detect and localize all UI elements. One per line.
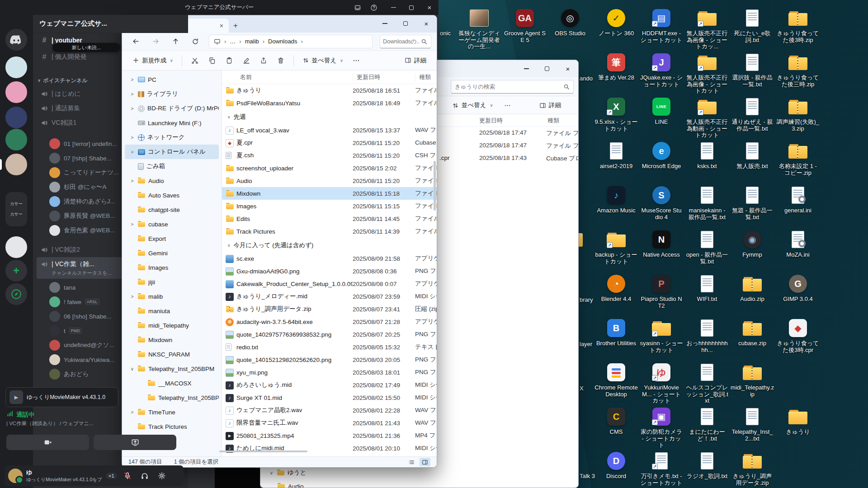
file-row[interactable]: quote_1402975776369938532.png2025/08/07 … xyxy=(222,328,437,341)
discord-maximize-button[interactable] xyxy=(402,0,420,15)
sidebar-item[interactable]: >cubase xyxy=(125,217,219,231)
desktop-icon[interactable]: ↗無人販売不正行為画像 - ショートカッ... xyxy=(685,7,729,50)
desktop-icon[interactable]: おっhhhhhhhhhhh... xyxy=(685,317,729,353)
minimize-button[interactable] xyxy=(374,15,395,32)
delete-button[interactable] xyxy=(273,53,289,68)
server-icon[interactable] xyxy=(5,154,27,175)
horizontal-scrollbar[interactable] xyxy=(219,450,307,452)
file-row[interactable]: きゅうり2025/08/18 16:51ファイル フォ... xyxy=(222,84,437,97)
call-channel[interactable]: | VC作業（雑談あり） / ウェブマニ... xyxy=(6,420,115,427)
headphones-icon[interactable] xyxy=(138,469,151,483)
desktop-icon[interactable]: 選択肢 - 親作品一覧.txt xyxy=(731,52,774,88)
sidebar-item[interactable]: midi_Telepathy xyxy=(125,318,219,333)
sidebar-item[interactable]: Export xyxy=(125,231,219,246)
new-unread-banner[interactable]: 新しい未読... xyxy=(52,43,120,52)
desktop-icon[interactable]: SMuseScore Studio 4 xyxy=(640,184,683,221)
file-row[interactable]: ♪ウェブマニア晶歌2.wav2025/08/01 22:28WAV ファイ... xyxy=(222,404,437,417)
file-row[interactable]: 夏.csh2025/08/11 15:20CSH ファイル xyxy=(222,149,437,162)
list-view-button[interactable] xyxy=(406,458,417,466)
desktop-icon[interactable]: ヘルスコンプレッション_歌詞.txt xyxy=(685,361,729,404)
column-header-date[interactable]: 更新日時 xyxy=(353,73,415,81)
sidebar-item[interactable]: NKSC_PARAM xyxy=(125,347,219,361)
server-icon[interactable] xyxy=(5,81,27,103)
details-button[interactable]: 詳細 xyxy=(401,53,430,68)
desktop-icon[interactable]: J↗JQuake.exe - ショートカット xyxy=(640,52,683,88)
desktop-icon[interactable]: CCMS xyxy=(594,406,638,436)
file-row[interactable]: screenshot_uploader2025/08/15 2:02ファイル フ… xyxy=(222,162,437,174)
sidebar-item[interactable]: >ライブラリ xyxy=(125,87,219,101)
column-header-type[interactable]: 種類 xyxy=(415,73,437,81)
sidebar-item[interactable]: Images xyxy=(125,260,219,275)
tree-chevron[interactable]: > xyxy=(129,77,135,82)
desktop-icon[interactable]: ▣↗家の防犯カメラ - ショートカット xyxy=(640,406,683,449)
share-button[interactable] xyxy=(255,53,272,68)
desktop-icon[interactable]: X↗9.5.xlsx - ショートカット xyxy=(594,96,638,132)
tree-chevron[interactable]: > xyxy=(129,294,135,299)
new-tab-button[interactable]: + xyxy=(229,19,242,33)
discord-minimize-button[interactable] xyxy=(384,0,402,15)
bg-maximize-button[interactable] xyxy=(537,60,557,77)
sidebar-item[interactable]: >malib xyxy=(125,289,219,304)
desktop-icon[interactable]: airset2-2019 xyxy=(594,140,638,170)
desktop-icon[interactable]: 孤独なインディーゲーム開発者の一生... xyxy=(458,7,501,50)
file-row[interactable]: redio.txt2025/08/05 15:32テキスト ド... xyxy=(222,341,437,353)
file-row[interactable]: Cakewalk_Product_Center_Setup_1.0.0.09..… xyxy=(222,277,437,290)
sidebar-item[interactable]: >PC xyxy=(125,72,219,87)
desktop-icon[interactable]: きゅうり_調声用データ.zip xyxy=(731,450,774,486)
sidebar-item[interactable]: jijii xyxy=(125,275,219,289)
desktop-icon[interactable]: Telepathy_Inst_2...txt xyxy=(731,406,774,442)
desktop-icon[interactable]: ↗無人販売不正行為画像 - ショートカット xyxy=(685,52,729,94)
desktop-icon[interactable]: 死にたい_e歌詞.txt xyxy=(731,7,774,43)
desktop-icon[interactable]: ksks.txt xyxy=(685,140,729,170)
copy-button[interactable] xyxy=(204,53,220,68)
desktop-icon[interactable]: MoZA.ini xyxy=(776,229,820,258)
refresh-button[interactable] xyxy=(186,34,204,49)
desktop-icon[interactable]: 調声練習(失敗)_3.zip xyxy=(776,96,820,132)
tree-chevron[interactable]: > xyxy=(129,135,135,140)
sidebar-item[interactable]: Auto Saves xyxy=(125,188,219,202)
desktop-icon[interactable]: DDiscord xyxy=(594,450,638,480)
search-box[interactable] xyxy=(380,35,431,48)
desktop-icon[interactable]: ◎OBS Studio xyxy=(548,7,592,37)
camera-button[interactable] xyxy=(6,435,89,450)
desktop-icon[interactable]: ラジオ_歌詞.txt xyxy=(685,450,729,480)
black-window-fragment[interactable] xyxy=(215,466,260,488)
server-icon[interactable] xyxy=(5,56,27,78)
breadcrumb-item-malib[interactable]: malib xyxy=(245,38,259,45)
vertical-scrollbar[interactable] xyxy=(434,161,436,211)
file-row[interactable]: audacity-win-3.7.5-64bit.exe2025/08/07 2… xyxy=(222,315,437,328)
column-header-type[interactable]: 種類 xyxy=(547,117,559,125)
desktop-icon[interactable]: WIFI.txt xyxy=(685,273,729,303)
file-row[interactable]: ♪めろさいしゅう.mid2025/08/02 17:49MIDI シーケ... xyxy=(222,379,437,391)
help-icon[interactable] xyxy=(365,0,382,15)
file-row[interactable]: ▶250801_213525.mp42025/08/01 21:36MP4 ファ… xyxy=(222,429,437,442)
activity-card[interactable]: ▶ ゆっくりMovieMaker v4.43.1.0 xyxy=(5,387,118,407)
desktop-icon[interactable]: ◉Fymmp xyxy=(731,229,774,258)
desktop-icon[interactable]: LINELINE xyxy=(640,96,683,126)
file-row[interactable]: quote_1401521298202562620.png2025/08/03 … xyxy=(222,353,437,366)
desktop-icon[interactable]: GGIMP 3.0.4 xyxy=(776,273,820,303)
file-row[interactable]: PsdFileWoBarasuYatsu2025/08/18 16:49ファイル… xyxy=(222,97,437,109)
tree-chevron[interactable]: ∨ xyxy=(129,366,135,371)
username[interactable]: ゆ xyxy=(26,469,102,477)
desktop-icon[interactable]: ◆きゅうり食ってた後3時.cpr xyxy=(776,317,820,353)
desktop-icon[interactable]: 名称未設定 1 - コピー.zip xyxy=(776,140,820,176)
discord-home-button[interactable] xyxy=(5,29,27,51)
desktop-icon[interactable]: BBrother Utilities xyxy=(594,317,638,347)
tree-chevron[interactable]: > xyxy=(129,92,135,97)
search-input[interactable] xyxy=(383,38,419,45)
breadcrumb[interactable]: › … › malib › Downloads › xyxy=(209,35,373,48)
desktop-icon[interactable]: open - 親作品一覧.txt xyxy=(685,229,729,265)
avatar[interactable] xyxy=(8,469,23,483)
breadcrumb-ellipsis[interactable]: … xyxy=(230,38,236,45)
group-header[interactable]: ∨今月に入って (先週は含めず) xyxy=(222,239,437,252)
server-name-header[interactable]: ウェブマニア公式サ... xyxy=(33,15,188,33)
desktop-icon[interactable]: 通りぬぜえ - 親作品一覧.txt xyxy=(731,96,774,132)
file-row[interactable]: ♪きゅうり_メロディー.mid2025/08/07 23:59MIDI シーケ.… xyxy=(222,290,437,303)
sidebar-item[interactable]: >Audio xyxy=(125,174,219,188)
desktop-icon[interactable]: ↗syasinn - ショートカット xyxy=(640,317,683,353)
bg-close-button[interactable]: × xyxy=(557,60,578,77)
desktop-icon[interactable]: cubase.zip xyxy=(731,317,774,347)
file-row[interactable]: ♪LE_off vocal_3.wav2025/08/15 13:37WAV フ… xyxy=(222,124,437,136)
server-icon[interactable] xyxy=(5,129,27,150)
